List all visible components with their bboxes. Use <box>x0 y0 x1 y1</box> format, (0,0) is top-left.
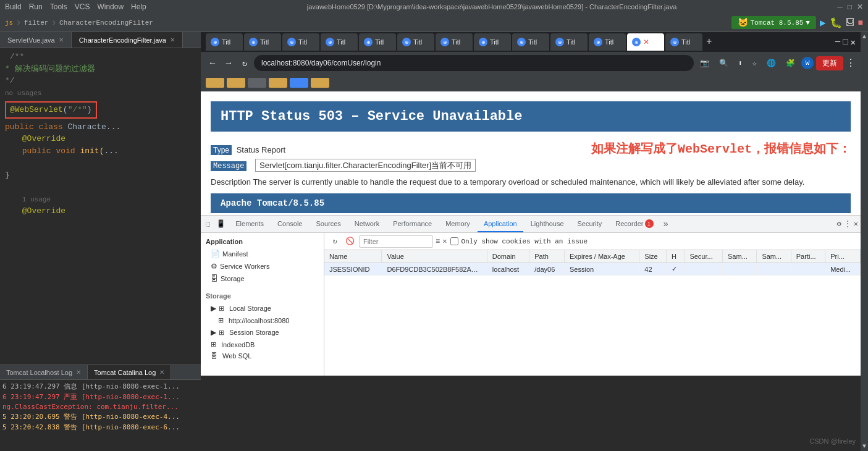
col-path[interactable]: Path <box>529 250 565 263</box>
devtools-tab-sources[interactable]: Sources <box>310 216 347 232</box>
browser-tab-3[interactable]: ⊕ Titl <box>282 33 319 51</box>
bookmark-4[interactable] <box>269 78 287 88</box>
window-close[interactable]: ✕ <box>857 2 863 11</box>
browser-tab-5[interactable]: ⊕ Titl <box>359 33 396 51</box>
col-expires[interactable]: Expires / Max-Age <box>565 250 639 263</box>
log-tab-catalina[interactable]: Tomcat Catalina Log ✕ <box>88 365 171 379</box>
refresh-cookies-icon[interactable]: ↻ <box>329 236 340 247</box>
devtools-tab-elements[interactable]: Elements <box>229 216 270 232</box>
menu-window[interactable]: Window <box>97 2 124 11</box>
window-minimize[interactable]: ─ <box>837 2 843 11</box>
refresh-button[interactable]: ↻ <box>238 56 251 70</box>
devtools-tab-lighthouse[interactable]: Lighthouse <box>525 216 570 232</box>
window-maximize[interactable]: □ <box>848 2 852 11</box>
only-issues-checkbox[interactable] <box>450 237 458 245</box>
close-log-localhost[interactable]: ✕ <box>76 369 81 376</box>
menu-build[interactable]: Build <box>5 2 22 11</box>
scroll-down-icon[interactable]: ▼ <box>862 443 866 450</box>
more-tabs-icon[interactable]: » <box>661 219 671 229</box>
bookmark-1[interactable] <box>206 78 224 88</box>
browser-tab-9[interactable]: ⊕ Titl <box>512 33 549 51</box>
local-storage-localhost[interactable]: ⊞ http://localhost:8080 <box>201 314 324 326</box>
stop-btn[interactable]: ■ <box>858 18 863 28</box>
col-name[interactable]: Name <box>324 250 382 263</box>
devtools-close-icon[interactable]: ✕ <box>854 219 858 229</box>
devtools-tab-application[interactable]: Application <box>478 216 523 232</box>
devtools-settings-icon[interactable]: ⚙ <box>837 219 841 229</box>
close-servletvue[interactable]: ✕ <box>59 36 64 43</box>
filter-clear-icon[interactable]: ✕ <box>442 237 447 246</box>
service-workers-item[interactable]: ⚙ Service Workers <box>201 260 324 272</box>
close-log-catalina[interactable]: ✕ <box>159 369 164 376</box>
update-button[interactable]: 更新 <box>816 56 843 70</box>
col-size[interactable]: Size <box>639 250 667 263</box>
browser-tab-4[interactable]: ⊕ Titl <box>321 33 358 51</box>
devtools-mobile-icon[interactable]: 📱 <box>214 219 228 229</box>
browser-menu-icon[interactable]: ⋮ <box>846 57 856 69</box>
bookmark-icon[interactable]: ☆ <box>749 57 761 69</box>
storage-icon: 🗄 <box>211 274 218 283</box>
browser-tab-6[interactable]: ⊕ Titl <box>397 33 434 51</box>
browser-tab-8[interactable]: ⊕ Titl <box>474 33 511 51</box>
devtools-tab-recorder[interactable]: Recorder 1 <box>609 216 659 232</box>
clear-cookies-icon[interactable]: 🚫 <box>344 236 355 247</box>
menu-tools[interactable]: Tools <box>50 2 67 11</box>
address-input[interactable] <box>254 55 694 71</box>
back-button[interactable]: ← <box>206 56 219 70</box>
browser-tab-active[interactable]: ⊕ ✕ <box>627 33 664 51</box>
file-tab-characterencodingfilter[interactable]: CharacterEncodingFilter.java ✕ <box>72 32 183 48</box>
browser-tab-1[interactable]: ⊕ Titl <box>206 33 243 51</box>
menu-vcs[interactable]: VCS <box>75 2 90 11</box>
browser-tab-10[interactable]: ⊕ Titl <box>550 33 588 51</box>
file-tab-servletvue[interactable]: ServletVue.java ✕ <box>0 32 72 48</box>
tomcat-selector[interactable]: 🐱 Tomcat 8.5.85 ▼ <box>731 16 816 29</box>
browser-tab-11[interactable]: ⊕ Titl <box>589 33 626 51</box>
menu-run[interactable]: Run <box>29 2 43 11</box>
browser-tab-12[interactable]: ⊕ Titl <box>665 33 702 51</box>
col-samesite2[interactable]: Sam... <box>757 250 791 263</box>
devtools-tab-security[interactable]: Security <box>571 216 609 232</box>
forward-button[interactable]: → <box>222 56 235 70</box>
bookmark-3[interactable] <box>248 78 266 88</box>
new-tab-button[interactable]: + <box>704 36 715 48</box>
debug-btn[interactable]: 🐛 <box>830 17 842 29</box>
devtools-tab-console[interactable]: Console <box>271 216 308 232</box>
col-value[interactable]: Value <box>382 250 487 263</box>
bookmark-2[interactable] <box>227 78 245 88</box>
session-storage-item[interactable]: ▶ ⊞ Session Storage <box>201 326 324 339</box>
indexeddb-item[interactable]: ⊞ IndexedDB <box>201 339 324 350</box>
tabs-close[interactable]: ✕ <box>851 37 856 48</box>
coverage-btn[interactable]: ⛾ <box>846 18 854 28</box>
manifest-item[interactable]: 📄 Manifest <box>201 248 324 260</box>
col-samesite1[interactable]: Sam... <box>723 250 757 263</box>
storage-item[interactable]: 🗄 Storage <box>201 272 324 285</box>
filter-input[interactable] <box>359 235 433 248</box>
devtools-more-icon[interactable]: ⋮ <box>844 219 851 229</box>
run-btn[interactable]: ▶ <box>820 17 826 29</box>
browser-tab-2[interactable]: ⊕ Titl <box>244 33 281 51</box>
col-h[interactable]: H <box>666 250 685 263</box>
browser-tab-7[interactable]: ⊕ Titl <box>436 33 473 51</box>
tabs-minimize[interactable]: ─ <box>835 37 840 47</box>
bookmark-6[interactable] <box>311 78 329 88</box>
menu-help[interactable]: Help <box>131 2 146 11</box>
col-secure[interactable]: Secur... <box>685 250 723 263</box>
scroll-up-icon[interactable]: ▲ <box>862 33 866 40</box>
devtools-tab-performance[interactable]: Performance <box>387 216 438 232</box>
status-description: Description The server is currently unab… <box>211 176 851 188</box>
col-partitioned[interactable]: Parti... <box>791 250 825 263</box>
col-domain[interactable]: Domain <box>487 250 529 263</box>
log-tab-localhost[interactable]: Tomcat Localhost Log ✕ <box>0 365 88 379</box>
favicon-2: ⊕ <box>249 38 258 46</box>
devtools-tab-network[interactable]: Network <box>348 216 386 232</box>
devtools-inspect-icon[interactable]: ⬚ <box>203 219 213 229</box>
bookmark-5[interactable] <box>290 78 308 88</box>
web-sql-item[interactable]: 🗄 Web SQL <box>201 350 324 361</box>
description-label: Description <box>211 177 251 187</box>
local-storage-item[interactable]: ▶ ⊞ Local Storage <box>201 302 324 314</box>
col-priority[interactable]: Pri... <box>825 250 861 263</box>
devtools-tab-memory[interactable]: Memory <box>439 216 476 232</box>
table-row[interactable]: JSESSIONID D6FD9CDB3C502B8F582AC4A... lo… <box>324 263 861 276</box>
tabs-restore[interactable]: □ <box>843 37 848 47</box>
close-charencoding[interactable]: ✕ <box>170 36 175 43</box>
